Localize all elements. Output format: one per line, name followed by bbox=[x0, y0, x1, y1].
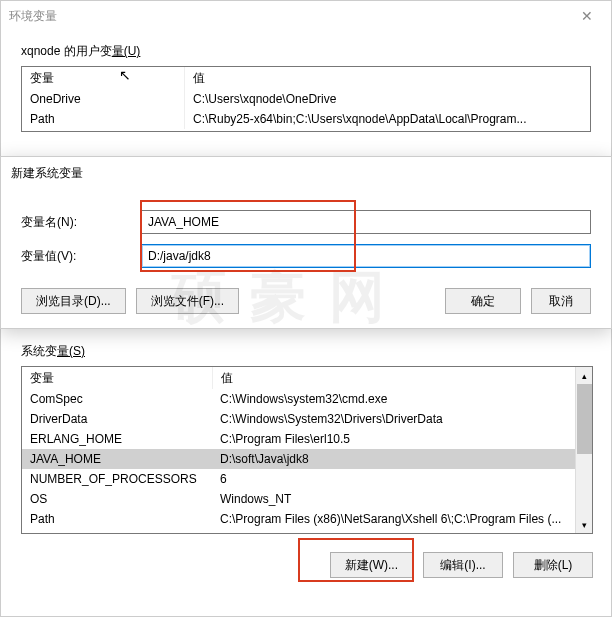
sys-vars-label: 系统变量(S) bbox=[1, 343, 612, 360]
table-row[interactable]: Path C:\Program Files (x86)\NetSarang\Xs… bbox=[22, 509, 575, 529]
scroll-down-icon[interactable]: ▾ bbox=[576, 516, 593, 533]
header-value: 值 bbox=[212, 367, 575, 389]
user-vars-label: xqnode 的用户变量(U) bbox=[1, 43, 611, 60]
table-row[interactable]: DriverData C:\Windows\System32\Drivers\D… bbox=[22, 409, 575, 429]
delete-button[interactable]: 删除(L) bbox=[513, 552, 593, 578]
scrollbar[interactable]: ▴ ▾ bbox=[575, 367, 592, 533]
sys-vars-buttons: 新建(W)... 编辑(I)... 删除(L) bbox=[1, 534, 612, 578]
ok-button[interactable]: 确定 bbox=[445, 288, 521, 314]
cancel-button[interactable]: 取消 bbox=[531, 288, 591, 314]
close-icon[interactable]: ✕ bbox=[571, 1, 603, 31]
var-value-label: 变量值(V): bbox=[21, 248, 141, 265]
table-row[interactable]: JAVA_HOME D:\soft\Java\jdk8 bbox=[22, 449, 575, 469]
dialog-title: 环境变量 bbox=[9, 8, 57, 25]
browse-dir-button[interactable]: 浏览目录(D)... bbox=[21, 288, 126, 314]
sys-vars-header: 变量 值 bbox=[22, 367, 575, 389]
table-row[interactable]: Path C:\Ruby25-x64\bin;C:\Users\xqnode\A… bbox=[22, 109, 590, 129]
var-name-row: 变量名(N): bbox=[21, 210, 591, 234]
scroll-track[interactable] bbox=[576, 384, 593, 516]
new-var-buttons: 浏览目录(D)... 浏览文件(F)... 确定 取消 bbox=[1, 288, 611, 328]
system-vars-section: 系统变量(S) 变量 值 ComSpec C:\Windows\system32… bbox=[1, 331, 612, 578]
user-vars-header: 变量 值 bbox=[22, 67, 590, 89]
new-system-var-dialog: 新建系统变量 变量名(N): 变量值(V): 浏览目录(D)... 浏览文件(F… bbox=[0, 156, 612, 329]
table-row[interactable]: OneDrive C:\Users\xqnode\OneDrive bbox=[22, 89, 590, 109]
user-vars-table[interactable]: 变量 值 OneDrive C:\Users\xqnode\OneDrive P… bbox=[21, 66, 591, 132]
var-name-label: 变量名(N): bbox=[21, 214, 141, 231]
titlebar: 环境变量 ✕ bbox=[1, 1, 611, 31]
browse-file-button[interactable]: 浏览文件(F)... bbox=[136, 288, 239, 314]
table-row[interactable]: OS Windows_NT bbox=[22, 489, 575, 509]
header-value: 值 bbox=[184, 67, 590, 89]
table-row[interactable]: ComSpec C:\Windows\system32\cmd.exe bbox=[22, 389, 575, 409]
header-name: 变量 bbox=[22, 367, 212, 389]
table-row[interactable]: ERLANG_HOME C:\Program Files\erl10.5 bbox=[22, 429, 575, 449]
new-var-title: 新建系统变量 bbox=[1, 157, 611, 190]
edit-button[interactable]: 编辑(I)... bbox=[423, 552, 503, 578]
var-value-row: 变量值(V): bbox=[21, 244, 591, 268]
sys-vars-table[interactable]: 变量 值 ComSpec C:\Windows\system32\cmd.exe… bbox=[21, 366, 593, 534]
scroll-thumb[interactable] bbox=[577, 384, 592, 454]
scroll-up-icon[interactable]: ▴ bbox=[576, 367, 593, 384]
var-name-input[interactable] bbox=[141, 210, 591, 234]
header-name: 变量 bbox=[22, 67, 184, 89]
var-value-input[interactable] bbox=[141, 244, 591, 268]
table-row[interactable]: NUMBER_OF_PROCESSORS 6 bbox=[22, 469, 575, 489]
new-button[interactable]: 新建(W)... bbox=[330, 552, 413, 578]
